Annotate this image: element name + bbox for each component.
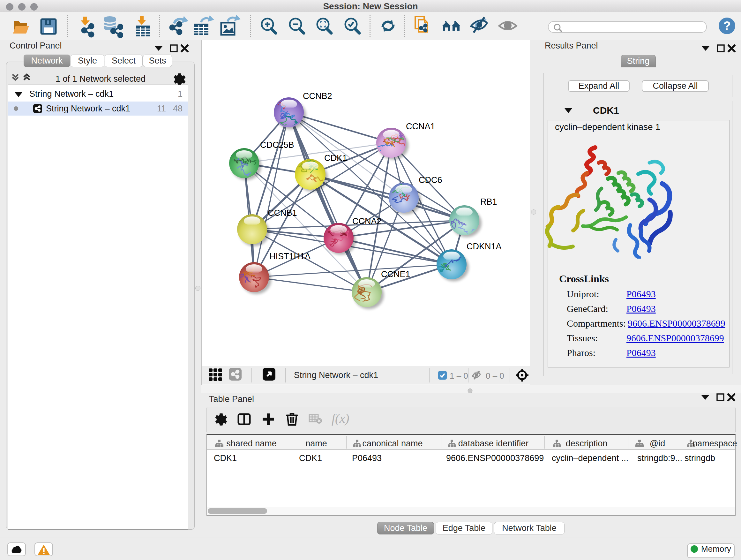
svg-text:CCNB1: CCNB1 — [268, 208, 297, 218]
svg-text:CCNE1: CCNE1 — [381, 269, 410, 279]
svg-text:CDKN1A: CDKN1A — [467, 242, 502, 251]
svg-text:CCNA2: CCNA2 — [352, 216, 382, 226]
svg-text:CDC25B: CDC25B — [260, 140, 294, 150]
svg-text:CCNA1: CCNA1 — [406, 122, 435, 131]
svg-text:CDC6: CDC6 — [419, 175, 442, 185]
svg-text:HIST1H1A: HIST1H1A — [269, 252, 311, 261]
svg-text:CCNB2: CCNB2 — [303, 91, 332, 101]
svg-text:RB1: RB1 — [480, 197, 497, 206]
svg-text:CDK1: CDK1 — [324, 153, 347, 163]
